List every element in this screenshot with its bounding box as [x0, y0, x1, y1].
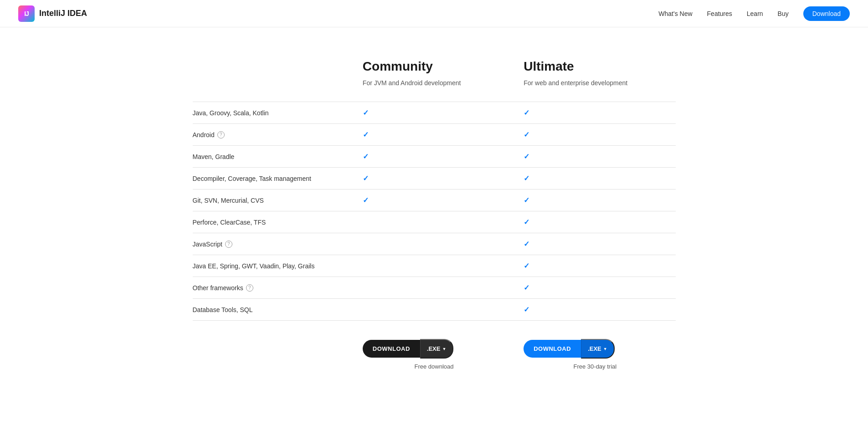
ultimate-subtitle: For web and enterprise development [524, 79, 627, 87]
ultimate-check: ✓ [514, 146, 675, 167]
download-section: DOWNLOAD .EXE ▼ Free download DOWNLOAD .… [193, 321, 676, 370]
ultimate-check: ✓ [514, 255, 675, 277]
ultimate-check: ✓ [514, 233, 675, 255]
community-check: ✓ [354, 124, 514, 145]
checkmark-icon: ✓ [524, 152, 529, 161]
features-list: Java, Groovy, Scala, Kotlin✓✓Android?✓✓M… [193, 102, 676, 321]
checkmark-icon: ✓ [524, 305, 529, 314]
nav-whats-new[interactable]: What's New [658, 10, 692, 17]
help-icon[interactable]: ? [246, 284, 253, 292]
community-check [354, 238, 514, 251]
ultimate-check: ✓ [514, 190, 675, 211]
checkmark-icon: ✓ [524, 196, 529, 205]
checkmark-icon: ✓ [524, 130, 529, 139]
ultimate-title: Ultimate [524, 59, 666, 74]
ultimate-check: ✓ [514, 277, 675, 298]
ultimate-check: ✓ [514, 211, 675, 233]
community-check [354, 282, 514, 294]
community-download-button[interactable]: DOWNLOAD [363, 340, 420, 358]
community-exe-button[interactable]: .EXE ▼ [420, 339, 454, 359]
ultimate-exe-chevron: ▼ [603, 347, 607, 351]
checkmark-icon: ✓ [363, 174, 369, 183]
community-exe-chevron: ▼ [442, 347, 446, 351]
ultimate-check: ✓ [514, 299, 675, 320]
feature-name: Android? [193, 125, 354, 145]
checkmark-icon: ✓ [524, 240, 529, 248]
brand-link[interactable]: IJ IntelliJ IDEA [18, 5, 87, 22]
table-row: Decompiler, Coverage, Task management✓✓ [193, 167, 676, 189]
community-check [354, 260, 514, 272]
checkmark-icon: ✓ [524, 108, 529, 117]
community-caption: Free download [363, 363, 505, 370]
feature-name: Git, SVN, Mercurial, CVS [193, 190, 354, 210]
table-row: Android?✓✓ [193, 123, 676, 145]
table-row: Database Tools, SQL✓ [193, 298, 676, 321]
checkmark-icon: ✓ [524, 283, 529, 292]
checkmark-icon: ✓ [524, 261, 529, 270]
ultimate-header: Ultimate For web and enterprise developm… [514, 55, 675, 92]
ultimate-exe-label: .EXE [588, 345, 601, 352]
table-row: Perforce, ClearCase, TFS✓ [193, 211, 676, 233]
table-row: Java, Groovy, Scala, Kotlin✓✓ [193, 102, 676, 123]
feature-name: Other frameworks? [193, 278, 354, 298]
community-download-col: DOWNLOAD .EXE ▼ Free download [354, 339, 514, 370]
table-row: Git, SVN, Mercurial, CVS✓✓ [193, 189, 676, 211]
community-header: Community For JVM and Android developmen… [354, 55, 514, 92]
checkmark-icon: ✓ [524, 174, 529, 183]
checkmark-icon: ✓ [363, 130, 369, 139]
community-subtitle: For JVM and Android development [363, 79, 461, 87]
community-download-buttons: DOWNLOAD .EXE ▼ [363, 339, 505, 359]
table-row: Maven, Gradle✓✓ [193, 145, 676, 167]
community-title: Community [363, 59, 505, 74]
feature-name: Java EE, Spring, GWT, Vaadin, Play, Grai… [193, 256, 354, 276]
table-row: Java EE, Spring, GWT, Vaadin, Play, Grai… [193, 255, 676, 277]
ultimate-check: ✓ [514, 102, 675, 123]
nav-links: What's New Features Learn Buy Download [658, 6, 850, 21]
community-exe-label: .EXE [427, 345, 441, 352]
ultimate-download-col: DOWNLOAD .EXE ▼ Free 30-day trial [514, 339, 675, 370]
checkmark-icon: ✓ [363, 152, 369, 161]
feature-name: Perforce, ClearCase, TFS [193, 212, 354, 232]
community-check: ✓ [354, 146, 514, 167]
feature-name: Maven, Gradle [193, 147, 354, 167]
nav-buy[interactable]: Buy [778, 10, 789, 17]
checkmark-icon: ✓ [363, 196, 369, 205]
table-row: JavaScript?✓ [193, 233, 676, 255]
main-content: Community For JVM and Android developmen… [184, 27, 685, 406]
nav-features[interactable]: Features [707, 10, 732, 17]
feature-name: Decompiler, Coverage, Task management [193, 169, 354, 189]
ultimate-download-button[interactable]: DOWNLOAD [524, 340, 581, 358]
comparison-table: Community For JVM and Android developmen… [193, 55, 676, 370]
ultimate-exe-button[interactable]: .EXE ▼ [581, 339, 615, 359]
checkmark-icon: ✓ [363, 108, 369, 117]
community-check [354, 216, 514, 229]
community-check: ✓ [354, 168, 514, 189]
brand-title: IntelliJ IDEA [39, 9, 87, 18]
community-check [354, 303, 514, 316]
community-check: ✓ [354, 102, 514, 123]
navbar: IJ IntelliJ IDEA What's New Features Lea… [0, 0, 868, 27]
community-check: ✓ [354, 190, 514, 211]
nav-learn[interactable]: Learn [747, 10, 763, 17]
help-icon[interactable]: ? [225, 241, 232, 248]
ultimate-check: ✓ [514, 124, 675, 145]
table-row: Other frameworks?✓ [193, 277, 676, 298]
brand-logo: IJ [18, 5, 35, 22]
feature-name: Database Tools, SQL [193, 300, 354, 320]
header-empty-cell [193, 55, 354, 92]
feature-name: Java, Groovy, Scala, Kotlin [193, 103, 354, 123]
ultimate-caption: Free 30-day trial [524, 363, 666, 370]
checkmark-icon: ✓ [524, 218, 529, 226]
nav-download-button[interactable]: Download [803, 6, 850, 21]
ultimate-check: ✓ [514, 168, 675, 189]
table-header: Community For JVM and Android developmen… [193, 55, 676, 102]
feature-name: JavaScript? [193, 234, 354, 254]
help-icon[interactable]: ? [217, 131, 225, 138]
ultimate-download-buttons: DOWNLOAD .EXE ▼ [524, 339, 666, 359]
